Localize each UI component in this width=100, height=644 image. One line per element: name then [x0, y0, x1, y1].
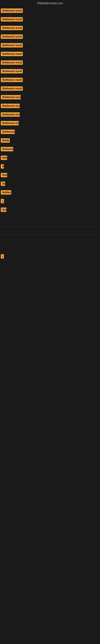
- result-row: Bottleneck resu: [0, 102, 100, 110]
- result-row: [0, 231, 100, 235]
- bottleneck-badge[interactable]: Bottlenec: [1, 147, 13, 151]
- result-row: [0, 214, 100, 218]
- result-row: Bottleneck result: [0, 15, 100, 24]
- bottleneck-badge[interactable]: Bottleneck resul: [1, 95, 21, 100]
- bottleneck-badge[interactable]: Bottleneck result: [1, 26, 23, 30]
- result-row: Bottleneck result: [0, 76, 100, 84]
- result-row: Bott: [0, 154, 100, 162]
- bottleneck-badge[interactable]: B: [1, 164, 4, 169]
- bottleneck-badge[interactable]: Bott: [1, 156, 7, 160]
- bottleneck-badge[interactable]: Bot: [1, 208, 6, 212]
- result-row: Bottleneck: [0, 128, 100, 136]
- bottleneck-badge[interactable]: Bottleneck: [1, 130, 15, 134]
- bottleneck-badge[interactable]: Bottleneck result: [1, 52, 23, 56]
- result-row: Bottleneck result: [0, 41, 100, 50]
- bottleneck-badge[interactable]: Bottleneck result: [1, 17, 23, 22]
- result-row: Bottlenec: [0, 145, 100, 154]
- result-row: [0, 244, 100, 248]
- result-row: Bottleneck result: [0, 24, 100, 32]
- result-row: Bottleneck resu: [0, 119, 100, 128]
- site-title-text: TheBottlenecker.com: [37, 2, 63, 5]
- result-row: [0, 227, 100, 231]
- result-row: Bot: [0, 206, 100, 214]
- site-title: TheBottlenecker.com: [0, 0, 100, 6]
- result-row: [0, 248, 100, 252]
- result-row: Bottleneck result: [0, 32, 100, 41]
- bottleneck-badge[interactable]: Bo: [1, 182, 5, 186]
- bottleneck-badge[interactable]: Bott: [1, 173, 7, 177]
- bottleneck-badge[interactable]: Bottleneck result: [1, 69, 23, 74]
- result-row: Bottleneck result: [0, 6, 100, 15]
- bottleneck-badge[interactable]: Bottleneck resu: [1, 121, 19, 126]
- result-row: [0, 222, 100, 227]
- result-row: |: [0, 252, 100, 261]
- result-row: Bottleneck result: [0, 84, 100, 93]
- result-row: [0, 218, 100, 222]
- result-row: Bottleneck result: [0, 50, 100, 58]
- result-row: |: [0, 197, 100, 206]
- bottleneck-badge[interactable]: |: [1, 199, 4, 203]
- result-row: Bottlen: [0, 188, 100, 197]
- bottleneck-badge[interactable]: Bottleneck result: [1, 43, 23, 48]
- bottleneck-badge[interactable]: Bottlen: [1, 190, 11, 194]
- bottleneck-badge[interactable]: Bottleneck result: [1, 8, 23, 13]
- result-row: [0, 261, 100, 265]
- result-row: Bottle: [0, 136, 100, 145]
- result-row: Bo: [0, 180, 100, 188]
- bottleneck-badge[interactable]: Bottleneck resu: [1, 104, 20, 108]
- result-row: Bottleneck resu: [0, 110, 100, 119]
- bottleneck-badge[interactable]: |: [1, 254, 4, 258]
- bottleneck-badge[interactable]: Bottleneck result: [1, 34, 23, 39]
- bottleneck-badge[interactable]: Bottleneck result: [1, 60, 23, 65]
- result-row: [0, 235, 100, 240]
- bottleneck-badge[interactable]: Bottle: [1, 138, 10, 143]
- result-row: Bottleneck resul: [0, 93, 100, 102]
- result-row: Bott: [0, 171, 100, 180]
- bottleneck-badge[interactable]: Bottleneck resu: [1, 112, 20, 117]
- bottleneck-badge[interactable]: Bottleneck result: [1, 86, 23, 91]
- result-row: B: [0, 162, 100, 171]
- bottleneck-badge[interactable]: Bottleneck result: [1, 78, 23, 82]
- result-row: Bottleneck result: [0, 67, 100, 76]
- result-row: Bottleneck result: [0, 58, 100, 67]
- result-row: [0, 240, 100, 244]
